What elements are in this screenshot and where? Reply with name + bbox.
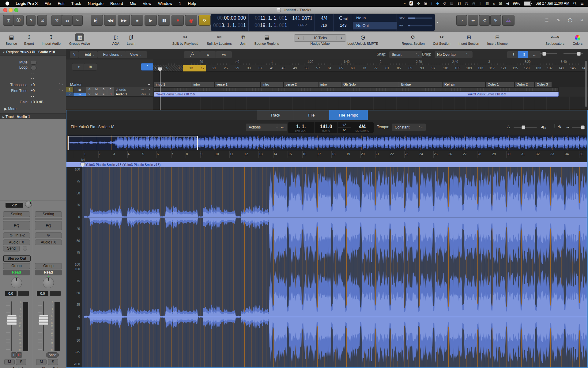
tuner-button[interactable]: Ψ [490, 15, 501, 26]
lcd-signature[interactable]: 4/4/16 [315, 14, 334, 31]
marker-bridge[interactable]: Bridge [399, 82, 443, 87]
checklist-button[interactable]: ☑ [37, 15, 47, 26]
solo-button[interactable]: S [100, 87, 107, 92]
insert-silence-button[interactable]: ⊟Insert Silence [487, 33, 508, 45]
region-inspector-header[interactable]: ▼ Region: Yuko3 Pl...Smile z18 [0, 49, 68, 56]
actions-popup[interactable]: Actions⌄ [246, 123, 281, 131]
menu-edit[interactable]: Edit [54, 1, 68, 6]
capture-record-button[interactable]: ◉ [185, 15, 197, 26]
pause-button[interactable]: ▮▮ [158, 15, 170, 26]
marker-intro[interactable]: intro [191, 82, 214, 87]
bounce-regions-button[interactable]: ⬓Bounce Regions [254, 33, 279, 45]
drag-popup[interactable]: No Overlap⌃⌄ [434, 51, 473, 58]
lcd-tempo[interactable]: 141.0071KEEP [290, 14, 315, 31]
editor-region-header[interactable]: Yuko3 Plastic Smile z18 (Yuko3 Plastic S… [66, 162, 587, 167]
eq-button[interactable]: EQ [35, 221, 62, 230]
airplay-icon[interactable]: ⊡ [499, 1, 502, 6]
marker-intro[interactable]: intro [318, 82, 341, 87]
fit-zoom-icon[interactable]: ↔ [528, 51, 541, 58]
file-tempo-lcd[interactable]: 1. 1.BAR BEAT141.0TEMPOx2/24/4SIGNATURE [288, 122, 374, 133]
marker-verse-1[interactable]: verse 1 [215, 82, 261, 87]
waveform-display[interactable] [82, 167, 587, 368]
mute-button[interactable]: M [93, 87, 100, 92]
controls-button[interactable]: ⚏ [62, 15, 72, 26]
record-enable-button[interactable]: R [107, 92, 114, 96]
arrange-scrollbar[interactable] [585, 61, 587, 107]
vertical-zoom-slider[interactable] [540, 53, 557, 54]
tools-button[interactable]: ⚒ [51, 15, 62, 26]
split-locators-button[interactable]: ✄Split by Locators [207, 33, 232, 45]
eq-button[interactable]: EQ [3, 221, 30, 230]
inspector-button[interactable]: ⓘ [13, 15, 24, 26]
audio-region[interactable]: Yuko3 Plastic Smile z18 ⊙⊙Yuko3 Plastic … [154, 92, 559, 97]
back-button[interactable]: ↰ [70, 51, 79, 58]
metronome-icon[interactable]: ⧍ [507, 125, 510, 129]
lcd-signature[interactable]: 4/4SIGNATURE [351, 122, 374, 133]
record-ready-icon[interactable]: ● [149, 88, 153, 91]
dropbox-icon[interactable]: ✥ [417, 1, 420, 6]
menu-popup-functions[interactable]: Functions⌄ [97, 51, 129, 58]
nudge-value[interactable]: 10 Ticks [303, 36, 337, 40]
marker-outro-3[interactable]: Outro 3 [535, 82, 552, 87]
note-pads-button[interactable]: ✎ [553, 15, 564, 25]
add-marker-button[interactable]: + [148, 82, 153, 87]
textexpander-icon[interactable]: A [409, 1, 413, 6]
display-icon[interactable]: ▣ [424, 1, 427, 6]
solo-button[interactable]: S [100, 92, 107, 96]
editor-zoom-slider[interactable] [572, 127, 585, 128]
duplicate-track-button[interactable]: ⊞ [84, 63, 97, 71]
lcd-key[interactable]: Cmaj143 [334, 14, 353, 31]
marker-gtr-solo[interactable]: Gtr Solo [341, 82, 399, 87]
setting-button[interactable]: Setting [3, 211, 30, 217]
lcd-performance[interactable]: CPUHD [397, 14, 435, 31]
output-button[interactable]: Stereo Out [3, 255, 31, 262]
menu-clock[interactable]: Sat 27 Jan 11:00 AM [535, 1, 569, 6]
automation-mode-button[interactable]: Read [35, 270, 62, 275]
menu-navigate[interactable]: Navigate [85, 1, 107, 6]
notification-center-icon[interactable]: ☰ [580, 1, 584, 6]
bluetooth-icon[interactable]: ᛒ [479, 1, 481, 6]
bounce-button[interactable]: Bnce [46, 352, 59, 358]
replace-button[interactable]: ⟲ [479, 15, 490, 26]
record-ready-icon[interactable]: ● [149, 93, 153, 95]
automation-mode-button[interactable]: Read [3, 270, 30, 275]
tab-file-tempo[interactable]: File Tempo [329, 110, 368, 120]
marker-refrain[interactable]: Refrain [443, 82, 486, 87]
solo-button[interactable]: S [16, 359, 26, 365]
menu-popup-view[interactable]: View⌄ [125, 51, 147, 58]
list-editors-button[interactable]: ☰ [541, 15, 552, 25]
disclosure-icon[interactable]: ▼ [2, 51, 5, 54]
menu-1[interactable]: 1 [175, 1, 184, 6]
nudge-value-stepper[interactable]: ‹ 10 Ticks › [294, 34, 346, 42]
volume-fader[interactable] [7, 315, 17, 325]
time-machine-icon[interactable]: ◷ [472, 1, 475, 6]
automation-icon[interactable]: ╱• [184, 51, 200, 58]
rewind-button[interactable]: ◀◀ [104, 15, 116, 26]
smart-tempo-button[interactable]: ◔ [456, 15, 467, 26]
snap-popup[interactable]: Smart⌃⌄ [389, 51, 423, 58]
metronome-volume-slider[interactable] [514, 127, 537, 128]
editor-ruler[interactable]: 1234567891011121314151617181920212223242… [66, 151, 587, 158]
minimize-button[interactable] [9, 8, 13, 12]
midi-region[interactable] [154, 87, 559, 92]
marker-outro-2[interactable]: Outro 2 [515, 82, 535, 87]
media-browser-button[interactable]: ⧈ [576, 15, 587, 25]
record-enable-button[interactable]: R [107, 87, 114, 92]
set-locators-button[interactable]: ⇤⇥Set Locators [545, 33, 564, 45]
menu-file[interactable]: File [41, 1, 54, 6]
stop-button[interactable]: ■ [131, 15, 143, 26]
gain-knob[interactable] [25, 201, 32, 208]
tab-track[interactable]: Track [257, 110, 294, 120]
volume-fader[interactable] [39, 315, 49, 325]
scissors-button[interactable]: ✂ [72, 15, 83, 26]
volume-value[interactable]: 0.0 [5, 291, 17, 296]
checkbox[interactable] [31, 61, 36, 65]
stepper-icon[interactable]: ⌃ ⌄ [58, 89, 63, 91]
track-header-chords[interactable]: 1▦⊙MSRchordsePZ● [66, 87, 153, 92]
close-button[interactable] [3, 8, 7, 12]
repeat-section-button[interactable]: ⟳Repeat Section [401, 33, 424, 45]
marker-intro[interactable]: intro [261, 82, 284, 87]
track-power-button[interactable]: ⊙ [86, 92, 93, 96]
input-monitor-button[interactable]: I [11, 352, 17, 358]
learn-button[interactable]: ▯!Learn [127, 33, 135, 45]
